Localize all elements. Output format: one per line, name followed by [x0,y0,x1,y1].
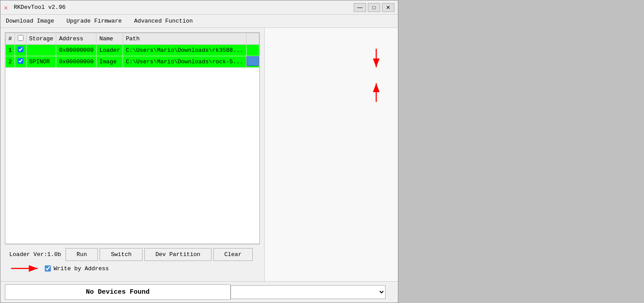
switch-button[interactable]: Switch [100,248,143,261]
device-bar: No Devices Found [0,281,398,303]
run-button[interactable]: Run [66,248,98,261]
main-window: ✕ RKDevTool v2.96 — □ ✕ Download Image U… [0,0,398,303]
menu-advanced-function[interactable]: Advanced Function [132,17,195,25]
write-by-address-label: Write by Address [54,265,109,272]
col-address: Address [56,33,96,45]
action-button-row: Loader Ver:1.0b Run Switch Dev Partition… [9,248,255,261]
annotation-arrow [11,264,46,273]
row2-checkbox[interactable] [18,58,23,64]
menu-upgrade-firmware[interactable]: Upgrade Firmware [65,17,123,25]
loader-version: Loader Ver:1.0b [9,251,61,258]
cell-path: C:\Users\Mario\Downloads\rk3588... [123,45,246,56]
maximize-button[interactable]: □ [368,3,380,12]
window-title: RKDevTool v2.96 [14,4,66,11]
cell-check[interactable] [15,45,26,56]
bottom-bar: Loader Ver:1.0b Run Switch Dev Partition… [5,244,260,277]
right-panel [264,28,398,281]
app-icon: ✕ [4,4,11,11]
cell-filebtn[interactable] [246,56,259,68]
dev-partition-button[interactable]: Dev Partition [144,248,211,261]
col-num: # [6,33,15,45]
minimize-button[interactable]: — [354,3,366,12]
select-all-checkbox[interactable] [18,35,23,41]
cell-address: 0x00000000 [56,56,96,68]
table-row: 2 SPINOR 0x00000000 Image C:\Users\Mario… [6,56,259,68]
row1-checkbox[interactable] [18,47,23,52]
col-check [15,33,26,45]
cell-storage: SPINOR [26,56,56,68]
cell-address: 0x00000000 [56,45,96,56]
close-button[interactable]: ✕ [382,3,394,12]
col-path: Path [123,33,246,45]
col-action [246,33,259,45]
cell-check[interactable] [15,56,26,68]
menu-bar: Download Image Upgrade Firmware Advanced… [0,15,398,28]
cell-filebtn [246,45,259,56]
col-name: Name [96,33,123,45]
cell-num: 1 [6,45,15,56]
col-storage: Storage [26,33,56,45]
cell-num: 2 [6,56,15,68]
clear-button[interactable]: Clear [213,248,253,261]
image-table: # Storage Address Name Path [5,33,259,68]
cell-path: C:\Users\Mario\Downloads\rock-5... [123,56,246,68]
file-select-button[interactable] [247,56,259,66]
device-dropdown[interactable] [231,285,386,299]
main-content: # Storage Address Name Path [0,28,398,281]
title-bar-controls: — □ ✕ [354,3,394,12]
image-table-container: # Storage Address Name Path [5,32,260,244]
cell-name: Image [96,56,123,68]
cell-storage [26,45,56,56]
write-by-address-row: Write by Address [9,264,255,273]
device-status: No Devices Found [5,284,231,300]
cell-name: Loader [96,45,123,56]
left-panel: # Storage Address Name Path [0,28,264,281]
title-bar-left: ✕ RKDevTool v2.96 [4,4,66,11]
title-bar: ✕ RKDevTool v2.96 — □ ✕ [0,0,398,15]
table-row: 1 0x00000000 Loader C:\Users\Mario\Downl… [6,45,259,56]
menu-download-image[interactable]: Download Image [4,17,56,25]
